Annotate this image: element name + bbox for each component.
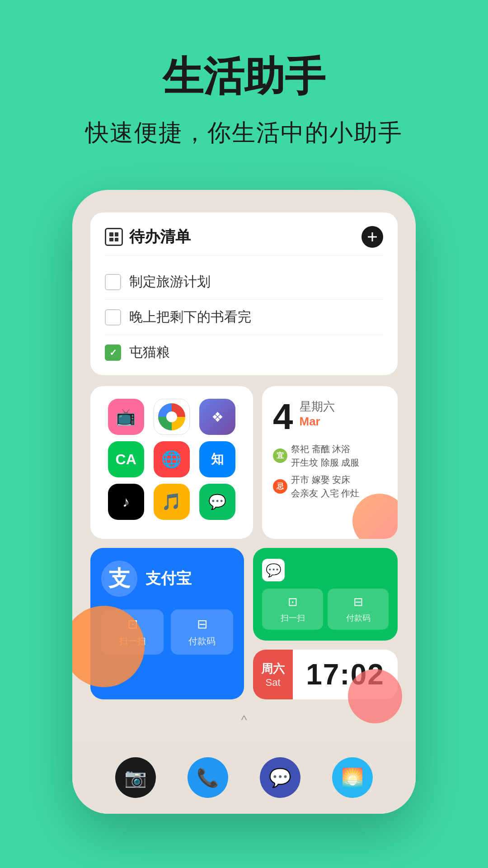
clock-weekday-en: Sat bbox=[265, 677, 280, 689]
alipay-pay-button[interactable]: ⊟ 付款码 bbox=[171, 609, 233, 655]
dock-gallery-button[interactable]: 🌅 bbox=[332, 757, 373, 798]
alipay-pay-label: 付款码 bbox=[188, 635, 216, 647]
grid-icon bbox=[109, 232, 118, 241]
ji-items: 开市 嫁娶 安床会亲友 入宅 作灶 bbox=[291, 473, 359, 500]
checkbox-3[interactable] bbox=[105, 344, 121, 361]
wechat-scan-button[interactable]: ⊡ 扫一扫 bbox=[262, 589, 323, 630]
wechat-actions: ⊡ 扫一扫 ⊟ 付款码 bbox=[262, 589, 389, 630]
wechat-logo: 💬 bbox=[262, 559, 285, 581]
app-icon-music[interactable]: 🎵 bbox=[154, 484, 190, 520]
app-row-3: ♪ 🎵 💬 bbox=[103, 484, 240, 520]
app-row-1: 📺 ❖ bbox=[103, 399, 240, 435]
app-icon-tiktok[interactable]: ♪ bbox=[108, 484, 144, 520]
plus-icon bbox=[368, 232, 377, 241]
phone-mockup: 待办清单 制定旅游计划 晚上把剩下的书看完 屯猫粮 📺 bbox=[72, 190, 416, 814]
alipay-header: 支 支付宝 bbox=[101, 561, 233, 597]
todo-text-3: 屯猫粮 bbox=[129, 343, 170, 362]
app-icon-green[interactable]: CA bbox=[108, 441, 144, 477]
calendar-widget: 4 星期六 Mar 宜 祭祀 斋醮 沐浴开生坟 除服 成服 忌 开市 嫁娶 安床… bbox=[262, 386, 398, 539]
app-icon-chrome[interactable] bbox=[154, 399, 190, 435]
wechat-widget: 💬 ⊡ 扫一扫 ⊟ 付款码 bbox=[253, 548, 398, 641]
yi-badge: 宜 bbox=[273, 448, 287, 463]
checkbox-1[interactable] bbox=[105, 274, 121, 290]
yi-items: 祭祀 斋醮 沐浴开生坟 除服 成服 bbox=[291, 442, 359, 469]
cal-day-info: 星期六 Mar bbox=[300, 399, 335, 429]
subtitle: 快速便捷，你生活中的小助手 bbox=[0, 117, 488, 149]
main-title: 生活助手 bbox=[0, 54, 488, 99]
widgets-row-2: 📺 ❖ CA 🌐 知 ♪ 🎵 💬 4 星期六 bbox=[90, 386, 398, 539]
alipay-pay-icon: ⊟ bbox=[197, 617, 207, 632]
clock-day-badge: 周六 Sat bbox=[253, 650, 293, 699]
app-grid-widget: 📺 ❖ CA 🌐 知 ♪ 🎵 💬 bbox=[90, 386, 253, 539]
cal-weekday: 星期六 bbox=[300, 399, 335, 415]
todo-add-button[interactable] bbox=[361, 226, 383, 248]
bottom-dock: 📷 📞 💬 🌅 bbox=[72, 741, 416, 814]
app-icon-wechat[interactable]: 💬 bbox=[199, 484, 235, 520]
app-icon-zhihu[interactable]: 知 bbox=[199, 441, 235, 477]
todo-header-left: 待办清单 bbox=[105, 226, 191, 247]
wechat-pay-button[interactable]: ⊟ 付款码 bbox=[328, 589, 389, 630]
app-icon-weibo[interactable]: 🌐 bbox=[154, 441, 190, 477]
todo-item-2[interactable]: 晚上把剩下的书看完 bbox=[105, 300, 383, 335]
cal-date-number: 4 bbox=[273, 399, 293, 435]
cal-top-row: 4 星期六 Mar bbox=[273, 399, 387, 435]
clock-weekday-cn: 周六 bbox=[261, 661, 285, 677]
todo-item-1[interactable]: 制定旅游计划 bbox=[105, 264, 383, 300]
alipay-logo: 支 bbox=[101, 561, 137, 597]
todo-widget: 待办清单 制定旅游计划 晚上把剩下的书看完 屯猫粮 bbox=[90, 212, 398, 375]
todo-list-icon bbox=[105, 228, 123, 246]
wechat-scan-label: 扫一扫 bbox=[281, 613, 305, 623]
app-icon-tv[interactable]: 📺 bbox=[108, 399, 144, 435]
dock-camera-button[interactable]: 📷 bbox=[115, 757, 156, 798]
ji-badge: 忌 bbox=[273, 479, 287, 494]
wechat-pay-icon: ⊟ bbox=[353, 595, 363, 609]
cal-month: Mar bbox=[300, 415, 335, 429]
checkbox-2[interactable] bbox=[105, 309, 121, 326]
wechat-top: 💬 bbox=[262, 559, 389, 581]
wechat-pay-label: 付款码 bbox=[346, 613, 371, 623]
chrome-circle bbox=[158, 403, 185, 430]
todo-text-2: 晚上把剩下的书看完 bbox=[129, 308, 251, 326]
cal-decoration-blob bbox=[352, 494, 398, 539]
dock-message-button[interactable]: 💬 bbox=[260, 757, 300, 798]
app-icon-colorful[interactable]: ❖ bbox=[199, 399, 235, 435]
dock-phone-button[interactable]: 📞 bbox=[188, 757, 228, 798]
todo-text-1: 制定旅游计划 bbox=[129, 273, 211, 291]
blob-coral-decoration bbox=[348, 669, 402, 723]
header-section: 生活助手 快速便捷，你生活中的小助手 bbox=[0, 0, 488, 176]
todo-item-3[interactable]: 屯猫粮 bbox=[105, 335, 383, 362]
todo-title: 待办清单 bbox=[129, 226, 191, 247]
swipe-indicator: ^ bbox=[90, 708, 398, 732]
alipay-name: 支付宝 bbox=[145, 568, 192, 589]
app-row-2: CA 🌐 知 bbox=[103, 441, 240, 477]
wechat-scan-icon: ⊡ bbox=[288, 595, 298, 609]
cal-yi-row: 宜 祭祀 斋醮 沐浴开生坟 除服 成服 bbox=[273, 442, 387, 469]
todo-header: 待办清单 bbox=[105, 226, 383, 255]
